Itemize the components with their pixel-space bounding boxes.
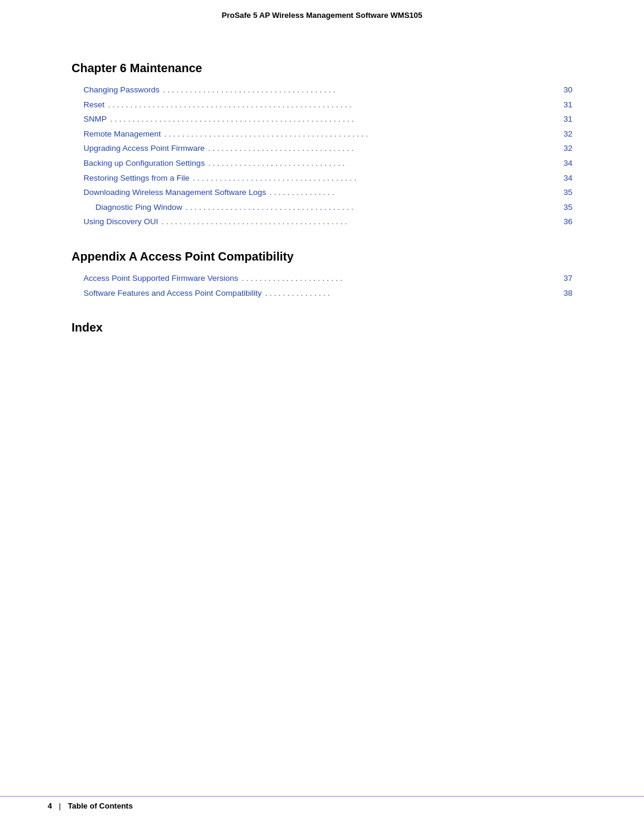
toc-page-snmp: 31	[564, 113, 572, 126]
toc-entry-remote-management[interactable]: Remote Management . . . . . . . . . . . …	[72, 128, 572, 141]
toc-entry-restoring-settings[interactable]: Restoring Settings from a File . . . . .…	[72, 172, 572, 185]
toc-page-remote-management: 32	[564, 128, 572, 141]
toc-page-reset: 31	[564, 98, 572, 112]
toc-entry-diagnostic-ping[interactable]: Diagnostic Ping Window . . . . . . . . .…	[72, 201, 572, 214]
chapter6-toc: Changing Passwords . . . . . . . . . . .…	[72, 83, 572, 228]
toc-link-diagnostic-ping[interactable]: Diagnostic Ping Window	[95, 201, 182, 214]
toc-dots-8: . . . . . . . . . . . . . . .	[267, 186, 562, 199]
toc-entry-using-discovery-oui[interactable]: Using Discovery OUI . . . . . . . . . . …	[72, 215, 572, 228]
header-title: ProSafe 5 AP Wireless Management Softwar…	[222, 11, 423, 20]
toc-link-reset[interactable]: Reset	[83, 98, 104, 112]
index-heading: Index	[72, 321, 572, 335]
toc-dots-10: . . . . . . . . . . . . . . . . . . . . …	[159, 215, 562, 228]
toc-entry-ap-firmware-versions[interactable]: Access Point Supported Firmware Versions…	[72, 272, 572, 285]
toc-page-restoring-settings: 34	[564, 172, 572, 185]
toc-link-software-features[interactable]: Software Features and Access Point Compa…	[83, 287, 262, 300]
toc-link-remote-management[interactable]: Remote Management	[83, 128, 161, 141]
toc-link-changing-passwords[interactable]: Changing Passwords	[83, 83, 160, 97]
toc-entry-upgrading-firmware[interactable]: Upgrading Access Point Firmware . . . . …	[72, 142, 572, 155]
page-footer: 4 | Table of Contents	[0, 796, 644, 815]
toc-page-changing-passwords: 30	[564, 83, 572, 97]
toc-dots-6: . . . . . . . . . . . . . . . . . . . . …	[206, 157, 562, 170]
toc-link-snmp[interactable]: SNMP	[83, 113, 107, 126]
footer-separator: |	[57, 801, 63, 810]
toc-page-backing-up: 34	[564, 157, 572, 170]
toc-entry-snmp[interactable]: SNMP . . . . . . . . . . . . . . . . . .…	[72, 113, 572, 126]
toc-page-using-discovery-oui: 36	[564, 215, 572, 228]
toc-dots-7: . . . . . . . . . . . . . . . . . . . . …	[191, 172, 562, 185]
toc-link-upgrading-firmware[interactable]: Upgrading Access Point Firmware	[83, 142, 205, 155]
footer-page-number: 4	[48, 801, 52, 810]
toc-dots-5: . . . . . . . . . . . . . . . . . . . . …	[206, 142, 562, 155]
toc-link-using-discovery-oui[interactable]: Using Discovery OUI	[83, 215, 158, 228]
toc-dots-4: . . . . . . . . . . . . . . . . . . . . …	[162, 128, 562, 141]
toc-link-downloading-logs[interactable]: Downloading Wireless Management Software…	[83, 186, 266, 199]
toc-dots-1: . . . . . . . . . . . . . . . . . . . . …	[161, 83, 562, 97]
appendixa-heading: Appendix A Access Point Compatibility	[72, 250, 572, 264]
toc-entry-changing-passwords[interactable]: Changing Passwords . . . . . . . . . . .…	[72, 83, 572, 97]
toc-dots-3: . . . . . . . . . . . . . . . . . . . . …	[108, 113, 562, 126]
toc-link-ap-firmware-versions[interactable]: Access Point Supported Firmware Versions	[83, 272, 239, 285]
toc-dots-9: . . . . . . . . . . . . . . . . . . . . …	[184, 201, 562, 214]
toc-entry-reset[interactable]: Reset . . . . . . . . . . . . . . . . . …	[72, 98, 572, 112]
page-header: ProSafe 5 AP Wireless Management Softwar…	[0, 0, 644, 26]
toc-entry-software-features[interactable]: Software Features and Access Point Compa…	[72, 287, 572, 300]
toc-link-restoring-settings[interactable]: Restoring Settings from a File	[83, 172, 190, 185]
appendixa-toc: Access Point Supported Firmware Versions…	[72, 272, 572, 299]
toc-page-upgrading-firmware: 32	[564, 142, 572, 155]
toc-dots-11: . . . . . . . . . . . . . . . . . . . . …	[240, 272, 562, 285]
toc-dots-2: . . . . . . . . . . . . . . . . . . . . …	[106, 98, 562, 112]
toc-page-software-features: 38	[564, 287, 572, 300]
page-content: Chapter 6 Maintenance Changing Passwords…	[0, 26, 644, 382]
toc-entry-backing-up[interactable]: Backing up Configuration Settings . . . …	[72, 157, 572, 170]
toc-dots-12: . . . . . . . . . . . . . . .	[263, 287, 562, 300]
chapter6-heading: Chapter 6 Maintenance	[72, 61, 572, 75]
footer-label: Table of Contents	[68, 801, 133, 810]
toc-link-backing-up[interactable]: Backing up Configuration Settings	[83, 157, 205, 170]
toc-page-downloading-logs: 35	[564, 186, 572, 199]
toc-page-ap-firmware-versions: 37	[564, 272, 572, 285]
toc-page-diagnostic-ping: 35	[564, 201, 572, 214]
toc-entry-downloading-logs[interactable]: Downloading Wireless Management Software…	[72, 186, 572, 199]
